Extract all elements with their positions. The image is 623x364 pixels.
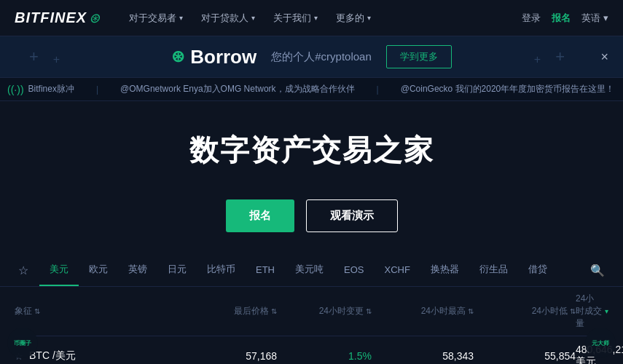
high-cell-btc: 58,343 — [372, 350, 474, 362]
register-link[interactable]: 报名 — [552, 12, 571, 25]
nav-item-more[interactable]: 更多的 ▾ — [329, 6, 378, 31]
chevron-down-icon: ▾ — [314, 14, 318, 22]
signup-button[interactable]: 报名 — [226, 199, 294, 232]
tab-jpy[interactable]: 日元 — [157, 254, 197, 286]
low-cell-btc: 55,854 — [474, 350, 576, 362]
banner-close-button[interactable]: × — [600, 50, 608, 65]
table-header: 象征 ⇅ 最后价格 ⇅ 24小时变更 ⇅ 24小时最高 ⇅ 24小时低 ⇅ 24… — [15, 287, 608, 336]
price-cell-btc: 57,168 — [146, 350, 277, 362]
tab-btc[interactable]: 比特币 — [197, 254, 246, 286]
logo-icon: ⊛ — [89, 10, 100, 26]
demo-button[interactable]: 观看演示 — [306, 199, 398, 232]
nav-items: 对于交易者 ▾ 对于贷款人 ▾ 关于我们 ▾ 更多的 ▾ — [122, 6, 522, 31]
nav-item-about[interactable]: 关于我们 ▾ — [266, 6, 325, 31]
hero-section: 数字资产交易之家 报名 观看演示 — [0, 101, 623, 254]
search-icon[interactable]: 🔍 — [587, 255, 608, 286]
bottom-logo-right: 元大师 — [585, 328, 616, 358]
chevron-down-icon: ▾ — [367, 14, 371, 22]
bottom-logo-left: 币圈子 — [7, 328, 38, 358]
change-cell-btc: 1.5% — [277, 350, 372, 362]
symbol-label: BTC /美元 — [29, 349, 76, 363]
table-row: ☆ BTC /美元 57,168 1.5% 58,343 55,854 480,… — [15, 336, 608, 364]
banner-subtitle: 您的个人#cryptoloan — [271, 50, 372, 64]
col-symbol-header: 象征 ⇅ — [15, 293, 146, 330]
favorites-star-icon[interactable]: ☆ — [15, 255, 32, 286]
tab-eos[interactable]: EOS — [334, 256, 374, 285]
banner-decoration-right: ++ — [534, 47, 565, 66]
col-high-header: 24小时最高 ⇅ — [372, 293, 474, 330]
banner: ++ ++ ⊛ Borrow 您的个人#cryptoloan 学到更多 × — [0, 36, 623, 78]
tab-usd-ton[interactable]: 美元吨 — [285, 254, 334, 286]
market-table: 象征 ⇅ 最后价格 ⇅ 24小时变更 ⇅ 24小时最高 ⇅ 24小时低 ⇅ 24… — [0, 287, 623, 364]
ticker: ((·)) Bitfinex脉冲 | @OMGnetwork Enya加入OMG… — [0, 78, 623, 101]
hero-buttons: 报名 观看演示 — [226, 199, 398, 232]
logo: BITFINEX ⊛ — [15, 9, 100, 26]
sort-icon[interactable]: ⇅ — [570, 307, 576, 315]
tab-derivatives[interactable]: 衍生品 — [469, 254, 518, 286]
hero-title: 数字资产交易之家 — [189, 130, 434, 170]
sort-icon[interactable]: ⇅ — [366, 307, 372, 315]
tab-gbp[interactable]: 英镑 — [118, 254, 157, 286]
tab-exchange[interactable]: 换热器 — [420, 254, 469, 286]
chevron-down-icon: ▾ — [603, 12, 608, 23]
sort-icon-active[interactable]: ▾ — [605, 307, 608, 315]
nav-right: 登录 报名 英语 ▾ — [522, 12, 608, 25]
ticker-item-coingecko: @CoinGecko 我们的2020年年度加密货币报告在这里！ — [401, 83, 615, 95]
col-volume-header: 24小时成交量 ▾ — [576, 293, 608, 330]
col-low-header: 24小时低 ⇅ — [474, 293, 576, 330]
banner-content: ⊛ Borrow 您的个人#cryptoloan 学到更多 — [171, 45, 452, 68]
tab-xchf[interactable]: XCHF — [374, 256, 420, 285]
login-link[interactable]: 登录 — [522, 12, 541, 25]
ticker-item-bitfinex: ((·)) Bitfinex脉冲 — [7, 83, 74, 95]
ticker-divider-2: | — [377, 84, 379, 95]
banner-title: Borrow — [190, 46, 256, 68]
tabs-row: ☆ 美元 欧元 英镑 日元 比特币 ETH 美元吨 EOS XCHF 换热器 衍… — [15, 254, 608, 286]
ticker-item-omg: @OMGnetwork Enya加入OMG Network，成为战略合作伙伴 — [120, 83, 355, 95]
banner-decoration-left: ++ — [29, 47, 60, 66]
tab-eth[interactable]: ETH — [246, 256, 285, 285]
sort-icon[interactable]: ⇅ — [271, 307, 277, 315]
chevron-down-icon: ▾ — [179, 14, 183, 22]
market-tabs: ☆ 美元 欧元 英镑 日元 比特币 ETH 美元吨 EOS XCHF 换热器 衍… — [0, 254, 623, 287]
banner-borrow: ⊛ Borrow — [171, 46, 256, 68]
navbar: BITFINEX ⊛ 对于交易者 ▾ 对于贷款人 ▾ 关于我们 ▾ 更多的 ▾ … — [0, 0, 623, 36]
tab-usd[interactable]: 美元 — [39, 254, 79, 286]
borrow-icon: ⊛ — [171, 47, 184, 66]
ticker-divider: | — [96, 84, 98, 95]
language-selector[interactable]: 英语 ▾ — [581, 12, 608, 25]
logo-text: BITFINEX — [15, 9, 87, 26]
tab-eur[interactable]: 欧元 — [79, 254, 118, 286]
sort-icon[interactable]: ⇅ — [34, 307, 40, 315]
chevron-down-icon: ▾ — [251, 14, 255, 22]
tab-lending[interactable]: 借贷 — [518, 254, 557, 286]
sort-icon[interactable]: ⇅ — [468, 307, 474, 315]
nav-item-lenders[interactable]: 对于贷款人 ▾ — [194, 6, 262, 31]
col-change-header: 24小时变更 ⇅ — [277, 293, 372, 330]
nav-item-traders[interactable]: 对于交易者 ▾ — [122, 6, 190, 31]
banner-learn-button[interactable]: 学到更多 — [386, 45, 452, 68]
col-price-header: 最后价格 ⇅ — [146, 293, 277, 330]
